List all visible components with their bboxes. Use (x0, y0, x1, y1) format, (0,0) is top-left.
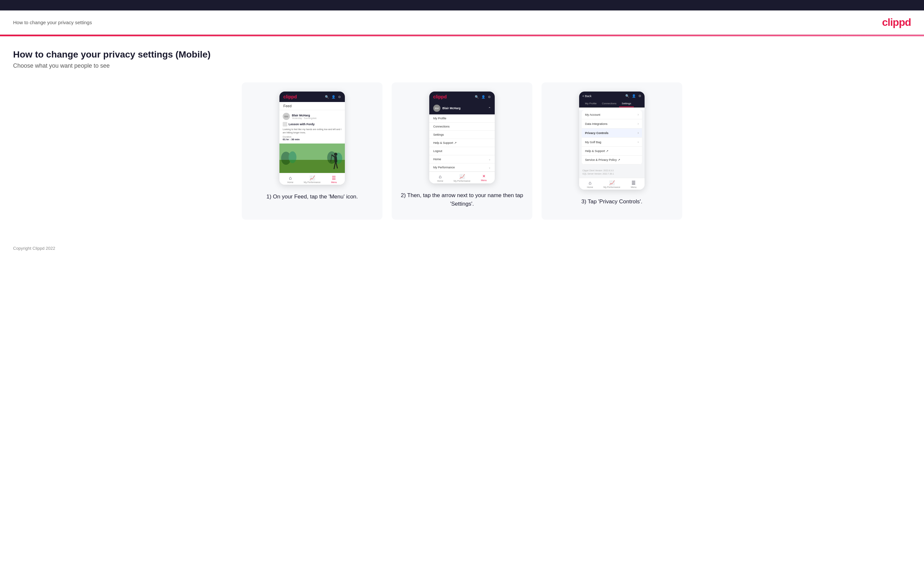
step-3-card: < Back 🔍 👤 ⚙ My Profile Connections Sett… (541, 82, 682, 220)
data-integrations-item[interactable]: Data Integrations › (582, 119, 642, 129)
user-icon-3: 👤 (632, 94, 636, 98)
main-content: How to change your privacy settings (Mob… (0, 36, 924, 239)
version-client: Clippd Client Version: 2022.8.3-3 (582, 169, 641, 172)
post-lesson-row: Lesson with Fordy (283, 122, 342, 127)
home-icon-3: ⌂ (589, 180, 591, 185)
duration-label: Duration (283, 136, 342, 138)
service-privacy-item[interactable]: Service & Privacy Policy ↗ (582, 156, 642, 164)
step-3-caption: 3) Tap 'Privacy Controls'. (582, 197, 643, 206)
chevron-down-home: ⌄ (488, 158, 491, 161)
app-topbar-2: clippd 🔍 👤 ⚙ (429, 92, 495, 102)
step-1-caption: 1) On your Feed, tap the 'Menu' icon. (267, 193, 358, 201)
help-support-settings-label: Help & Support ↗ (585, 149, 609, 153)
svg-line-11 (336, 163, 338, 168)
performance-label-1: My Performance (304, 181, 320, 184)
my-golf-bag-item[interactable]: My Golf Bag › (582, 138, 642, 147)
step-1-card: clippd 🔍 👤 ⚙ Feed BM Blair McHarg (242, 82, 383, 220)
user-icon-2: 👤 (481, 95, 485, 99)
performance-icon-1: 📈 (310, 175, 315, 181)
my-account-label: My Account (585, 113, 600, 116)
step-1-phone: clippd 🔍 👤 ⚙ Feed BM Blair McHarg (279, 92, 345, 185)
page-subheading: Choose what you want people to see (13, 63, 911, 69)
step-2-card: clippd 🔍 👤 ⚙ BM Blair McHarg ⌃ (392, 82, 532, 220)
tab-settings[interactable]: Settings (619, 100, 634, 107)
home-nav-label: Home (433, 158, 441, 161)
version-info: Clippd Client Version: 2022.8.3-3 GQL Se… (579, 167, 645, 178)
home-label-1: Home (287, 181, 294, 184)
menu-icon-1: ☰ (332, 175, 336, 181)
footer: Copyright Clippd 2022 (0, 239, 924, 257)
performance-label-2: My Performance (454, 180, 470, 182)
step-3-phone: < Back 🔍 👤 ⚙ My Profile Connections Sett… (579, 92, 645, 190)
my-golf-bag-label: My Golf Bag (585, 140, 601, 144)
step-2-caption: 2) Then, tap the arrow next to your name… (401, 191, 523, 208)
app-logo-1: clippd (283, 94, 297, 99)
close-tab-2[interactable]: ✕ Menu (473, 174, 495, 182)
performance-tab-3[interactable]: 📈 My Performance (601, 180, 623, 188)
my-account-chevron: › (638, 113, 639, 116)
privacy-controls-label: Privacy Controls (585, 131, 609, 135)
bottom-bar-2: ⌂ Home 📈 My Performance ✕ Menu (429, 172, 495, 184)
top-bar (0, 0, 924, 10)
menu-user-name: Blair McHarg (443, 106, 461, 110)
home-label-2: Home (437, 180, 443, 182)
performance-label-3: My Performance (603, 186, 620, 188)
post-user-info: Blair McHarg Yesterday · Sunningdale (292, 114, 317, 119)
svg-line-12 (331, 155, 332, 161)
privacy-controls-item[interactable]: Privacy Controls › (582, 129, 642, 138)
settings-back-bar: < Back 🔍 👤 ⚙ (579, 92, 645, 100)
settings-item[interactable]: Settings (429, 131, 495, 139)
post-name: Blair McHarg (292, 114, 317, 117)
menu-user-row: BM Blair McHarg ⌃ (429, 102, 495, 114)
tab-connections[interactable]: Connections (599, 100, 619, 107)
chevron-up-icon[interactable]: ⌃ (488, 106, 491, 110)
menu-user-info: BM Blair McHarg (433, 105, 461, 112)
copyright-text: Copyright Clippd 2022 (13, 246, 55, 251)
app-icons-1: 🔍 👤 ⚙ (325, 95, 341, 99)
steps-container: clippd 🔍 👤 ⚙ Feed BM Blair McHarg (13, 82, 911, 220)
close-icon-2: ✕ (482, 174, 486, 179)
help-support-item[interactable]: Help & Support ↗ (429, 139, 495, 147)
feed-content: Feed BM Blair McHarg Yesterday · Sunning… (279, 102, 345, 173)
help-support-settings-item[interactable]: Help & Support ↗ (582, 147, 642, 156)
header-title: How to change your privacy settings (13, 19, 92, 25)
post-header: BM Blair McHarg Yesterday · Sunningdale (283, 113, 342, 120)
app-topbar-1: clippd 🔍 👤 ⚙ (279, 92, 345, 102)
search-icon-3: 🔍 (625, 94, 629, 98)
performance-tab-2[interactable]: 📈 My Performance (451, 174, 473, 182)
user-icon-1: 👤 (331, 95, 335, 99)
performance-tab-1[interactable]: 📈 My Performance (301, 175, 323, 184)
menu-tab-1[interactable]: ☰ Menu (323, 175, 345, 184)
app-icons-3: 🔍 👤 ⚙ (625, 94, 641, 98)
post-image (279, 143, 345, 173)
data-integrations-label: Data Integrations (585, 122, 607, 126)
connections-item[interactable]: Connections (429, 122, 495, 131)
logout-item[interactable]: Logout (429, 147, 495, 155)
home-tab-1[interactable]: ⌂ Home (279, 175, 301, 184)
home-tab-2[interactable]: ⌂ Home (429, 174, 451, 182)
app-icons-2: 🔍 👤 ⚙ (475, 95, 491, 99)
menu-label-1: Menu (331, 181, 337, 184)
tab-my-profile[interactable]: My Profile (582, 100, 599, 107)
home-nav-item[interactable]: Home ⌄ (429, 155, 495, 163)
back-button[interactable]: < Back (582, 95, 591, 98)
service-privacy-label: Service & Privacy Policy ↗ (585, 158, 620, 161)
settings-tabs: My Profile Connections Settings (579, 100, 645, 108)
bottom-bar-1: ⌂ Home 📈 My Performance ☰ Menu (279, 173, 345, 185)
performance-nav-item[interactable]: My Performance ⌄ (429, 163, 495, 172)
menu-avatar: BM (433, 105, 440, 112)
golfer-silhouette (330, 152, 342, 173)
header: How to change your privacy settings clip… (0, 10, 924, 35)
close-label-2: Menu (481, 179, 487, 181)
settings-icon-3: ⚙ (638, 94, 641, 98)
performance-icon-3: 📈 (609, 180, 615, 185)
avatar-1: BM (283, 113, 290, 120)
menu-tab-3[interactable]: ☰ Menu (623, 180, 645, 188)
my-profile-item[interactable]: My Profile (429, 114, 495, 122)
settings-list: My Account › Data Integrations › Privacy… (582, 110, 642, 164)
menu-items: My Profile Connections Settings Help & S… (429, 114, 495, 172)
step-2-phone: clippd 🔍 👤 ⚙ BM Blair McHarg ⌃ (429, 92, 495, 184)
home-tab-3[interactable]: ⌂ Home (579, 180, 601, 188)
post-lesson-title: Lesson with Fordy (289, 122, 315, 126)
my-account-item[interactable]: My Account › (582, 110, 642, 119)
